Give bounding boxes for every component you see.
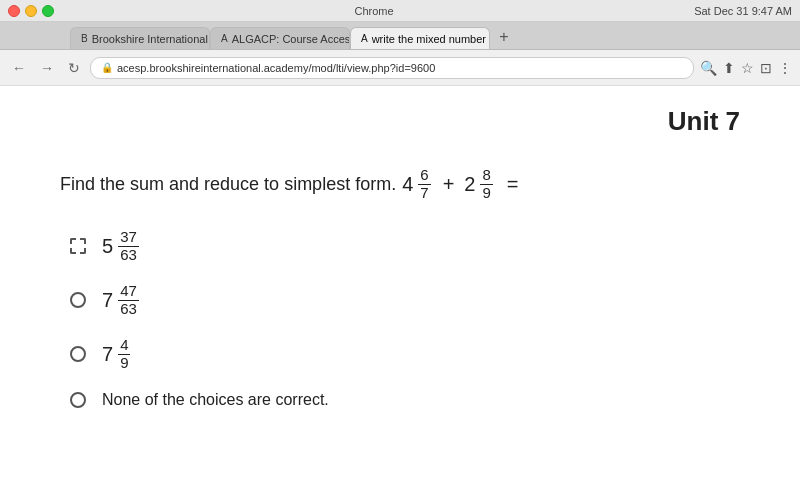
page-content: Unit 7 Find the sum and reduce to simple… (0, 86, 800, 500)
traffic-lights (8, 5, 54, 17)
forward-button[interactable]: → (36, 58, 58, 78)
url-text: acesp.brookshireinternational.academy/mo… (117, 62, 435, 74)
address-field[interactable]: 🔒 acesp.brookshireinternational.academy/… (90, 57, 694, 79)
option-a-selected-icon (70, 238, 86, 254)
tab-favicon-algacp: A (221, 33, 228, 44)
second-den: 9 (480, 185, 492, 202)
first-mixed-number: 4 6 7 (402, 167, 432, 201)
option-c-radio[interactable] (70, 346, 86, 362)
lock-icon: 🔒 (101, 62, 113, 73)
tab-label-active: write the mixed number as an (372, 33, 490, 45)
bookmark-icon[interactable]: ☆ (741, 60, 754, 76)
option-a-num: 37 (118, 229, 139, 247)
second-fraction: 8 9 (480, 167, 492, 201)
option-c[interactable]: 7 4 9 (70, 337, 740, 371)
menu-icon[interactable]: ⋮ (778, 60, 792, 76)
option-b-fraction: 47 63 (118, 283, 139, 317)
second-num: 8 (480, 167, 492, 185)
tab-bar: B Brookshire International Acad ✕ A ALGA… (0, 22, 800, 50)
first-fraction: 6 7 (418, 167, 430, 201)
option-a-fraction: 37 63 (118, 229, 139, 263)
option-b-den: 63 (118, 301, 139, 318)
back-button[interactable]: ← (8, 58, 30, 78)
option-d-radio[interactable] (70, 392, 86, 408)
option-b[interactable]: 7 47 63 (70, 283, 740, 317)
option-b-num: 47 (118, 283, 139, 301)
option-d-text: None of the choices are correct. (102, 391, 329, 409)
unit-title: Unit 7 (60, 106, 740, 137)
option-c-fraction: 4 9 (118, 337, 130, 371)
tab-algacp[interactable]: A ALGACP: Course Access ✕ (210, 27, 350, 49)
maximize-button[interactable] (42, 5, 54, 17)
option-c-value: 7 4 9 (102, 337, 132, 371)
first-den: 7 (418, 185, 430, 202)
option-b-whole: 7 (102, 289, 113, 312)
tab-favicon-active: A (361, 33, 368, 44)
option-a[interactable]: 5 37 63 (70, 229, 740, 263)
option-a-value: 5 37 63 (102, 229, 141, 263)
tab-favicon-brookshire: B (81, 33, 88, 44)
first-whole: 4 (402, 173, 413, 196)
option-a-den: 63 (118, 247, 139, 264)
address-icons: 🔍 ⬆ ☆ ⊡ ⋮ (700, 60, 792, 76)
title-bar: Chrome Sat Dec 31 9:47 AM (0, 0, 800, 22)
new-tab-button[interactable]: + (494, 27, 514, 47)
tab-label-brookshire: Brookshire International Acad (92, 33, 210, 45)
minimize-button[interactable] (25, 5, 37, 17)
operator: + (443, 173, 455, 196)
second-mixed-number: 2 8 9 (464, 167, 494, 201)
close-button[interactable] (8, 5, 20, 17)
second-whole: 2 (464, 173, 475, 196)
tab-active[interactable]: A write the mixed number as an ✕ (350, 27, 490, 49)
first-num: 6 (418, 167, 430, 185)
option-c-num: 4 (118, 337, 130, 355)
question: Find the sum and reduce to simplest form… (60, 167, 740, 201)
address-bar: ← → ↻ 🔒 acesp.brookshireinternational.ac… (0, 50, 800, 86)
app-title: Chrome (54, 5, 694, 17)
answer-options: 5 37 63 7 47 63 7 (70, 229, 740, 409)
option-a-whole: 5 (102, 235, 113, 258)
equals-sign: = (507, 173, 519, 196)
reading-icon[interactable]: ⊡ (760, 60, 772, 76)
share-icon[interactable]: ⬆ (723, 60, 735, 76)
tab-label-algacp: ALGACP: Course Access (232, 33, 350, 45)
refresh-button[interactable]: ↻ (64, 58, 84, 78)
option-c-whole: 7 (102, 343, 113, 366)
tab-brookshire[interactable]: B Brookshire International Acad ✕ (70, 27, 210, 49)
option-b-radio[interactable] (70, 292, 86, 308)
search-icon[interactable]: 🔍 (700, 60, 717, 76)
option-c-den: 9 (118, 355, 130, 372)
option-d[interactable]: None of the choices are correct. (70, 391, 740, 409)
question-prefix: Find the sum and reduce to simplest form… (60, 174, 396, 195)
option-b-value: 7 47 63 (102, 283, 141, 317)
system-time: Sat Dec 31 9:47 AM (694, 5, 792, 17)
